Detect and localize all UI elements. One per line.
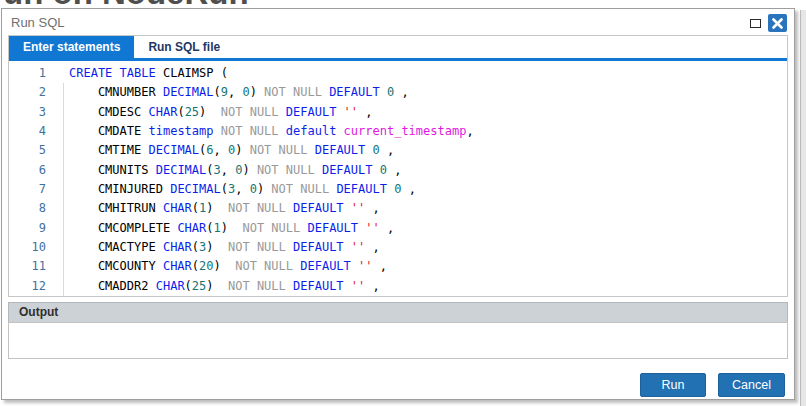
maximize-icon (750, 19, 761, 28)
code-line: CMUNITS DECIMAL(3, 0) NOT NULL DEFAULT 0… (69, 161, 474, 180)
line-number: 12 (9, 277, 46, 296)
line-number: 6 (9, 161, 46, 180)
maximize-button[interactable] (748, 16, 762, 30)
output-panel-title: Output (19, 305, 58, 319)
code-line: CMHITRUN CHAR(1) NOT NULL DEFAULT '' , (69, 199, 474, 218)
dialog-titlebar[interactable]: Run SQL (2, 9, 794, 35)
code-line: CMDATE timestamp NOT NULL default curren… (69, 122, 474, 141)
output-panel-header: Output (8, 302, 788, 323)
line-number: 7 (9, 180, 46, 199)
output-content (8, 322, 788, 359)
code-line: CMTIME DECIMAL(6, 0) NOT NULL DEFAULT 0 … (69, 141, 474, 160)
code-line: CMACTYPE CHAR(3) NOT NULL DEFAULT '' , (69, 238, 474, 257)
code-line: CMDESC CHAR(25) NOT NULL DEFAULT '' , (69, 103, 474, 122)
gutter: 123456789101112 (9, 64, 46, 296)
line-number: 2 (9, 83, 46, 102)
tab-enter-statements[interactable]: Enter statements (9, 36, 134, 58)
tabs-widget: Enter statementsRun SQL file 12345678910… (8, 35, 788, 297)
line-number: 3 (9, 103, 46, 122)
cancel-button[interactable]: Cancel (718, 373, 785, 397)
code-line: CREATE TABLE CLAIMSP ( (69, 64, 474, 83)
code-line: CMADDR2 CHAR(25) NOT NULL DEFAULT '' , (69, 277, 474, 296)
line-number: 10 (9, 238, 46, 257)
code-line: CMCOUNTY CHAR(20) NOT NULL DEFAULT '' , (69, 257, 474, 276)
dialog-title: Run SQL (11, 15, 64, 30)
close-icon (772, 18, 783, 29)
run-sql-dialog: Run SQL Enter statementsRun SQL file 123… (1, 8, 795, 400)
line-number: 4 (9, 122, 46, 141)
line-number: 8 (9, 199, 46, 218)
line-number: 5 (9, 141, 46, 160)
line-number: 1 (9, 64, 46, 83)
run-button[interactable]: Run (640, 373, 706, 397)
indent-guide-line (63, 83, 64, 296)
code-line: CMINJURED DECIMAL(3, 0) NOT NULL DEFAULT… (69, 180, 474, 199)
window-controls (748, 13, 787, 33)
sql-editor[interactable]: 123456789101112 CREATE TABLE CLAIMSP ( C… (9, 61, 787, 296)
line-number: 9 (9, 219, 46, 238)
close-button[interactable] (768, 14, 787, 32)
code-line: CMNUMBER DECIMAL(9, 0) NOT NULL DEFAULT … (69, 83, 474, 102)
dialog-footer: RunCancel (2, 373, 794, 397)
page-edge-strip (800, 10, 806, 406)
tab-run-sql-file[interactable]: Run SQL file (134, 36, 234, 58)
code-line: CMCOMPLETE CHAR(1) NOT NULL DEFAULT '' , (69, 219, 474, 238)
line-number: 11 (9, 257, 46, 276)
tab-bar: Enter statementsRun SQL file (9, 36, 787, 58)
code-lines: CREATE TABLE CLAIMSP ( CMNUMBER DECIMAL(… (69, 64, 474, 296)
